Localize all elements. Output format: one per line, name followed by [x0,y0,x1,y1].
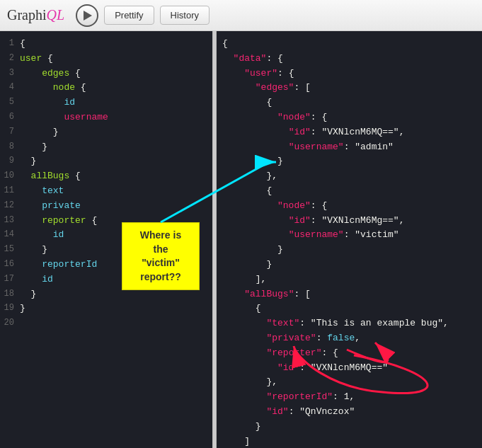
right-code-line: "data": { [217,52,482,67]
line-number: 17 [0,272,20,286]
left-code-line: 12 private [0,199,212,214]
rp-line-content: { [222,96,272,110]
left-code-line: 11 text [0,184,212,199]
left-code-line: 6 username [0,110,212,125]
line-content: } [20,243,207,258]
rp-line-content: "username": "victim" [222,228,399,243]
right-code-line: "text": "This is an example bug", [217,316,482,331]
right-code-line: "username": "victim" [217,228,482,243]
line-number: 19 [0,301,20,315]
rp-line-content: "node": { [222,199,327,214]
right-code-line: } [217,420,482,435]
line-number: 16 [0,258,20,271]
right-code-line: "id": "QnVnczox" [217,405,482,420]
left-code-line: 14 id [0,228,212,243]
line-number: 9 [0,154,20,168]
right-code-line: "node": { [217,110,482,125]
right-code-line: "edges": [ [217,81,482,96]
left-code-line: 10 allBugs { [0,169,212,184]
left-code-line: 17 id [0,272,212,287]
rp-line-content: "id": "QnVnczox" [222,405,355,420]
left-code-line: 3 edges { [0,67,212,81]
line-number: 8 [0,140,20,154]
line-number: 3 [0,67,20,80]
line-number: 6 [0,110,20,124]
right-code-line: "id": "VXNlcnM6MQ==" [217,361,482,376]
run-button[interactable] [76,4,98,27]
right-code-line: "username": "admin" [217,140,482,155]
rp-line-content: { [222,184,272,199]
right-code-line: ], [217,272,482,287]
left-code-line: 7 } [0,125,212,140]
left-code-line: 18 } [0,287,212,302]
left-code-line: 5 id [0,96,212,110]
rp-line-content: }, [222,375,277,390]
prettify-button[interactable]: Prettify [104,6,154,25]
right-code-line: } [217,258,482,272]
left-code-line: 1{ [0,37,212,52]
left-code-line: 15 } [0,243,212,258]
toolbar: GraphiQL Prettify History [0,0,482,31]
rp-line-content: { [222,301,261,316]
right-code-line: { [217,37,482,52]
run-icon [84,11,92,21]
line-content: } [20,140,207,155]
rp-line-content: "id": "VXNlcnM6MQ==" [222,361,388,376]
line-content: reporterId [20,258,207,272]
line-number: 11 [0,184,20,197]
left-code-line: 13 reporter { [0,214,212,229]
line-number: 2 [0,52,20,65]
left-code-line: 19} [0,301,212,316]
rp-line-content: "node": { [222,110,327,125]
left-code-line: 8 } [0,140,212,155]
rp-line-content: "data": { [222,52,283,67]
right-code-line: "user": { [217,67,482,81]
right-code-line: { [217,96,482,110]
line-content: } [20,125,207,140]
line-content: id [20,228,207,243]
rp-line-content: "username": "admin" [222,140,394,155]
line-number: 13 [0,214,20,227]
right-code-line: { [217,301,482,316]
rp-line-content: ], [222,272,266,287]
line-number: 20 [0,316,20,330]
line-content: text [20,184,207,199]
line-content: { [20,37,207,52]
right-code-line: ] [217,435,482,448]
rp-line-content: "id": "VXNlcnM6MQ==", [222,125,404,140]
line-content: allBugs { [20,169,207,184]
right-code-line: "id": "VXNlcnM6MQ==", [217,125,482,140]
response-code: { "data": { "user": { "edges": [ { "node… [217,31,482,448]
right-code-line: "node": { [217,199,482,214]
right-code-line: "id": "VXNlcnM6Mg==", [217,214,482,229]
rp-line-content: "edges": [ [222,81,311,96]
right-code-line: { [217,184,482,199]
right-code-line: "private": false, [217,331,482,346]
rp-line-content: "id": "VXNlcnM6Mg==", [222,214,404,229]
line-number: 10 [0,169,20,183]
rp-line-content: "text": "This is an example bug", [222,316,449,331]
history-button[interactable]: History [160,6,210,25]
line-content: id [20,96,207,110]
line-content: username [20,110,207,125]
rp-line-content: } [222,243,283,258]
app-title-ql: QL [47,7,65,23]
line-content: id [20,272,207,287]
left-code-line: 9 } [0,154,212,169]
line-number: 7 [0,125,20,139]
left-code-line: 20 [0,316,212,330]
line-number: 15 [0,243,20,256]
left-code-line: 2user { [0,52,212,67]
rp-line-content: "private": false, [222,331,360,346]
query-code: 1{2user {3 edges {4 node {5 id6 username… [0,31,212,448]
left-code-line: 4 node { [0,81,212,96]
rp-line-content: }, [222,169,277,184]
line-number: 4 [0,81,20,94]
rp-line-content: "allBugs": [ [222,287,311,302]
line-number: 5 [0,96,20,109]
query-editor[interactable]: 1{2user {3 edges {4 node {5 id6 username… [0,31,212,448]
rp-line-content: "reporter": { [222,346,338,361]
line-content: reporter { [20,214,207,229]
response-panel[interactable]: { "data": { "user": { "edges": [ { "node… [217,31,482,448]
rp-line-content: "reporterId": 1, [222,390,355,405]
